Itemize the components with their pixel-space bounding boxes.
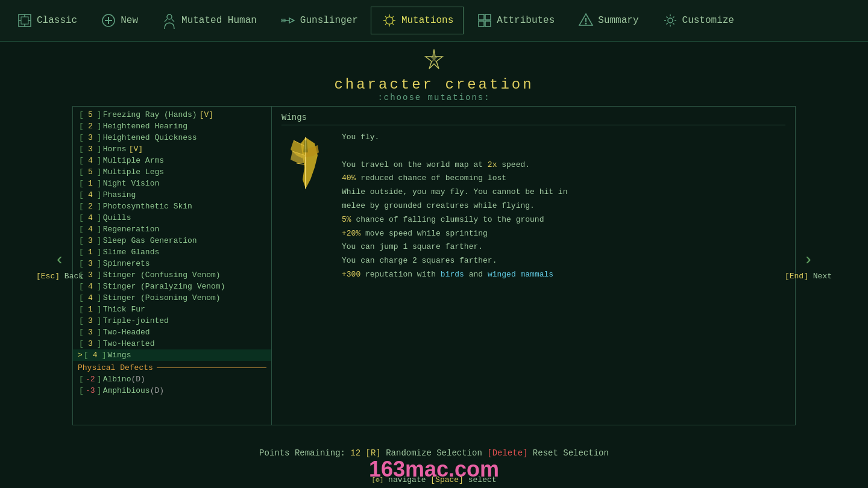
mutation-item[interactable]: [ 4] Stinger (Poisoning Venom)	[73, 292, 271, 304]
mutation-item[interactable]: [ -2] Albino (D)	[73, 374, 271, 385]
nav-customize[interactable]: Customize	[652, 7, 744, 34]
mutation-item[interactable]: [ 1] Thick Fur	[73, 304, 271, 315]
desc-line-5: While outside, you may fly. You cannot b…	[342, 186, 785, 199]
mutation-list[interactable]: [ 5] Freezing Ray (Hands) [V] [ 2] Heigh…	[73, 107, 272, 425]
next-text: Next	[813, 272, 832, 281]
mutation-item[interactable]: [ 3] Two-Hearted	[73, 338, 271, 349]
points-value: 12	[350, 448, 360, 458]
back-label: [Esc] Back	[36, 272, 83, 281]
wings-icon	[281, 131, 330, 192]
mutation-item[interactable]: [ 5] Freezing Ray (Hands) [V]	[73, 109, 271, 120]
page-title: character creation	[334, 77, 533, 93]
navigate-label: navigate	[388, 475, 430, 484]
mutation-item[interactable]: [ 5] Multiple Legs	[73, 166, 271, 178]
summary-icon	[577, 12, 594, 29]
mutated-human-icon	[161, 12, 178, 29]
mutation-item[interactable]: [ 1] Night Vision	[73, 178, 271, 189]
svg-rect-14	[479, 21, 484, 27]
classic-icon	[16, 12, 33, 29]
space-key: [Space]	[430, 475, 464, 484]
mutation-item[interactable]: [ 3] Stinger (Confusing Venom)	[73, 269, 271, 281]
customize-icon	[662, 12, 679, 29]
wings-description: You fly. You travel on the world map at …	[342, 131, 785, 283]
attributes-icon	[476, 12, 493, 29]
desc-line-10: You can charge 2 squares farther.	[342, 255, 785, 267]
nav-mutations[interactable]: Mutations	[371, 7, 464, 34]
next-label: [End] Next	[785, 272, 832, 281]
mutation-item[interactable]: [ 2] Heightened Hearing	[73, 120, 271, 132]
mutation-item[interactable]: [ 4] Quills	[73, 212, 271, 224]
gunslinger-icon	[280, 12, 297, 29]
desc-line-8: +20% move speed while sprinting	[342, 228, 785, 240]
esc-key: [Esc]	[36, 272, 60, 281]
nav-gunslinger[interactable]: Gunslinger	[269, 7, 368, 34]
select-label: select	[468, 475, 497, 484]
page-subtitle: :choose mutations:	[334, 93, 533, 102]
header: character creation :choose mutations:	[334, 48, 533, 102]
mutation-item[interactable]: [ 1] Slime Glands	[73, 246, 271, 258]
desc-line-4: 40% reduced chance of becoming lost	[342, 172, 785, 185]
header-icon	[334, 48, 533, 74]
mutations-icon	[381, 12, 398, 29]
desc-line-2	[342, 145, 785, 158]
mutation-item[interactable]: [ 3] Two-Headed	[73, 327, 271, 338]
desc-line-11: +300 reputation with birds and winged ma…	[342, 269, 785, 281]
desc-line-7: 5% chance of falling clumsily to the gro…	[342, 214, 785, 227]
nav-summary-label: Summary	[598, 15, 638, 26]
mutation-item-wings[interactable]: [ 4] Wings	[73, 349, 271, 361]
nav-mutations-label: Mutations	[401, 15, 453, 26]
desc-line-3: You travel on the world map at 2x speed.	[342, 159, 785, 172]
back-text: Back	[64, 272, 83, 281]
points-label: Points Remaining:	[259, 448, 345, 458]
reset-label: Reset Selection	[533, 448, 609, 458]
mutation-item[interactable]: [ 3] Heightened Quickness	[73, 132, 271, 143]
mutation-item[interactable]: [ 4] Stinger (Paralyzing Venom)	[73, 281, 271, 292]
nav-attributes-label: Attributes	[497, 15, 555, 26]
end-key: [End]	[785, 272, 808, 281]
nav-gunslinger-label: Gunslinger	[300, 15, 358, 26]
nav-new[interactable]: New	[90, 7, 148, 34]
mutation-item[interactable]: [ 3] Horns [V]	[73, 143, 271, 155]
svg-rect-13	[485, 14, 491, 20]
mutation-item[interactable]: [ 4] Phasing	[73, 189, 271, 201]
desc-line-1: You fly.	[342, 131, 785, 144]
panels-container: [ 5] Freezing Ray (Hands) [V] [ 2] Heigh…	[72, 106, 796, 425]
detail-panel: Wings	[272, 107, 795, 425]
new-icon	[100, 12, 117, 29]
svg-point-19	[668, 18, 673, 23]
nav-summary[interactable]: Summary	[567, 7, 649, 34]
wings-container: You fly. You travel on the world map at …	[281, 131, 785, 283]
nav-classic-label: Classic	[37, 15, 77, 26]
svg-rect-15	[485, 21, 491, 27]
nav-mutated-human[interactable]: Mutated Human	[151, 7, 267, 34]
desc-line-6: melee by grounded creatures while flying…	[342, 200, 785, 213]
nav-customize-label: Customize	[682, 15, 734, 26]
navigate-icon: [⚙]	[371, 477, 383, 484]
detail-title: Wings	[281, 113, 785, 125]
nav-attributes[interactable]: Attributes	[466, 7, 565, 34]
nav-classic[interactable]: Classic	[6, 7, 87, 34]
svg-rect-1	[21, 17, 28, 24]
nav-new-label: New	[121, 15, 138, 26]
mutation-item[interactable]: [ 3] Triple-jointed	[73, 315, 271, 327]
mutation-item[interactable]: [ 3] Spinnerets	[73, 258, 271, 269]
svg-rect-12	[479, 14, 484, 20]
mutation-item[interactable]: [ 2] Photosynthetic Skin	[73, 201, 271, 212]
desc-line-9: You can jump 1 square farther.	[342, 241, 785, 254]
mutation-item[interactable]: [ -3] Amphibious (D)	[73, 385, 271, 396]
svg-point-17	[585, 23, 587, 25]
bottom-controls: [⚙] navigate [Space] select	[371, 475, 496, 484]
main-content: character creation :choose mutations: ‹ …	[0, 42, 868, 488]
mutation-item[interactable]: [ 3] Sleep Gas Generation	[73, 235, 271, 246]
top-navigation: Classic New Mutated Human	[0, 0, 868, 42]
mutation-item[interactable]: [ 4] Multiple Arms	[73, 155, 271, 166]
svg-point-9	[167, 14, 172, 19]
defects-section-header: Physical Defects	[73, 361, 271, 374]
mutation-item[interactable]: [ 4] Regeneration	[73, 224, 271, 235]
nav-mutated-human-label: Mutated Human	[181, 15, 257, 26]
next-arrow[interactable]: ›	[804, 251, 814, 269]
prev-arrow[interactable]: ‹	[55, 251, 65, 269]
